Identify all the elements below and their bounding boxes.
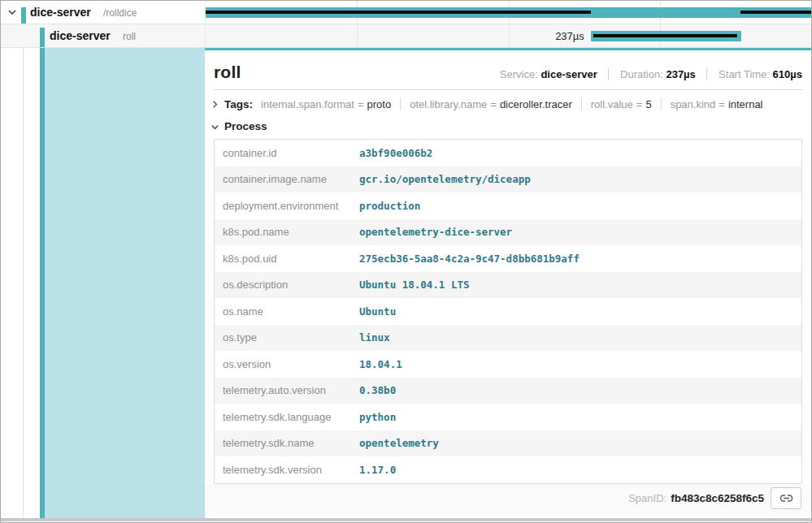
table-row: telemetry.sdk.version1.17.0 <box>215 456 801 483</box>
field-value: a3bf90e006b2 <box>359 147 801 159</box>
tag-key: roll.value <box>591 98 633 110</box>
table-row: os.descriptionUbuntu 18.04.1 LTS <box>215 272 801 299</box>
tag-value: internal <box>728 98 763 110</box>
span-operation-name: /rolldice <box>103 7 137 19</box>
process-accordion[interactable]: Process <box>205 117 811 139</box>
span-self-time-segment <box>206 11 591 14</box>
span-name-cell[interactable]: dice-server roll <box>1 24 205 47</box>
tag-value: proto <box>367 98 392 110</box>
span-title: roll <box>214 63 241 82</box>
span-detail-footer: SpanID: fb483c8c6258f6c5 <box>205 484 811 513</box>
span-tree-gutter <box>1 48 205 518</box>
span-row-rolldice[interactable]: dice-server /rolldice <box>1 1 811 24</box>
table-row: k8s.pod.uid275ecb36-5aa8-4c2a-9c47-d8bb6… <box>215 245 801 272</box>
deep-link-button[interactable] <box>771 487 801 509</box>
timeline-cell: 237µs <box>205 24 811 47</box>
chevron-down-icon[interactable] <box>7 6 18 18</box>
selected-span-highlight <box>45 48 205 518</box>
span-operation-name: roll <box>123 31 136 42</box>
table-row: os.nameUbuntu <box>215 298 801 325</box>
table-row: container.image.namegcr.io/opentelemetry… <box>215 166 801 193</box>
field-value: 275ecb36-5aa8-4c2a-9c47-d8bb681b9aff <box>359 253 801 265</box>
tag-divider <box>581 97 582 110</box>
field-key: os.type <box>215 331 359 344</box>
field-key: container.id <box>215 147 359 159</box>
duration-value: 237µs <box>666 68 695 80</box>
span-self-time-segment <box>740 11 811 14</box>
tag-equals: = <box>487 98 500 110</box>
field-value: production <box>359 200 801 212</box>
span-detail-header: roll Service: dice-server Duration: 237µ… <box>205 50 811 89</box>
span-bar-rolldice[interactable] <box>206 7 811 18</box>
duration-label: Duration: <box>620 68 663 80</box>
row-bottom-divider <box>1 518 811 521</box>
span-service-name: dice-server <box>50 29 111 42</box>
tag-equals: = <box>354 98 367 110</box>
timeline-cell <box>205 1 811 24</box>
tag-item: internal.span.format=proto <box>261 98 391 110</box>
meta-divider <box>608 68 609 80</box>
field-key: os.description <box>215 279 359 291</box>
table-row: telemetry.sdk.nameopentelemetry <box>215 430 801 457</box>
tag-item: span.kind=internal <box>671 98 763 110</box>
link-icon <box>779 491 793 505</box>
chevron-right-icon <box>210 98 223 110</box>
tag-value: diceroller.tracer <box>500 98 572 110</box>
indent-guide <box>23 48 24 518</box>
field-key: container.image.name <box>215 173 359 185</box>
field-value: Ubuntu <box>359 305 801 318</box>
table-row: container.ida3bf90e006b2 <box>215 140 801 166</box>
tag-equals: = <box>633 98 646 110</box>
span-row-roll-selected[interactable]: dice-server roll 237µs <box>1 24 811 48</box>
span-self-time-segment <box>593 34 737 37</box>
field-value: 0.38b0 <box>359 384 801 396</box>
table-row: os.typelinux <box>215 325 801 352</box>
field-value: gcr.io/opentelemetry/diceapp <box>359 173 801 185</box>
table-row: telemetry.sdk.languagepython <box>215 404 801 430</box>
field-key: k8s.pod.uid <box>215 253 359 265</box>
tags-accordion[interactable]: Tags: internal.span.format=proto otel.li… <box>205 90 811 117</box>
field-key: telemetry.auto.version <box>215 384 359 396</box>
field-key: os.name <box>215 305 359 318</box>
tags-label: Tags: <box>224 98 253 110</box>
tag-equals: = <box>715 98 728 110</box>
field-value: opentelemetry <box>359 437 801 449</box>
field-key: telemetry.sdk.language <box>215 411 359 423</box>
tag-value: 5 <box>645 98 651 110</box>
service-value: dice-server <box>541 68 597 80</box>
jaeger-span-detail-view: dice-server /rolldice dice-server roll 2… <box>0 0 812 523</box>
start-time-label: Start Time: <box>719 68 770 80</box>
tag-item: roll.value=5 <box>591 98 652 110</box>
field-key: deployment.environment <box>215 200 359 212</box>
field-value: Ubuntu 18.04.1 LTS <box>359 279 801 291</box>
span-meta: Service: dice-server Duration: 237µs Sta… <box>500 68 802 80</box>
tag-key: span.kind <box>671 98 716 110</box>
span-color-bar <box>21 7 26 24</box>
span-duration-label: 237µs <box>555 30 584 42</box>
table-row: k8s.pod.nameopentelemetry-dice-server <box>215 219 801 246</box>
span-bar-roll[interactable] <box>591 31 741 41</box>
field-value: linux <box>359 331 801 344</box>
chevron-down-icon <box>210 121 223 132</box>
tag-divider <box>400 97 401 110</box>
field-value: python <box>359 411 801 423</box>
start-time-value: 610µs <box>773 68 802 80</box>
field-value: 1.17.0 <box>359 464 801 476</box>
service-label: Service: <box>500 68 538 80</box>
field-key: telemetry.sdk.name <box>215 437 359 449</box>
tag-item: otel.library.name=diceroller.tracer <box>410 98 572 110</box>
process-table: container.ida3bf90e006b2 container.image… <box>214 139 802 484</box>
table-row: os.version18.04.1 <box>215 351 801 378</box>
span-service-name: dice-server <box>30 6 91 19</box>
span-color-bar <box>40 28 45 47</box>
field-value: 18.04.1 <box>359 358 801 370</box>
span-detail-panel: roll Service: dice-server Duration: 237µ… <box>205 48 811 518</box>
table-row: telemetry.auto.version0.38b0 <box>215 378 801 404</box>
tag-divider <box>661 97 662 110</box>
field-key: os.version <box>215 358 359 370</box>
span-name-cell[interactable]: dice-server /rolldice <box>1 1 205 24</box>
process-label: Process <box>224 120 267 132</box>
meta-divider <box>706 68 707 80</box>
tag-key: internal.span.format <box>261 98 354 110</box>
field-key: k8s.pod.name <box>215 226 359 238</box>
